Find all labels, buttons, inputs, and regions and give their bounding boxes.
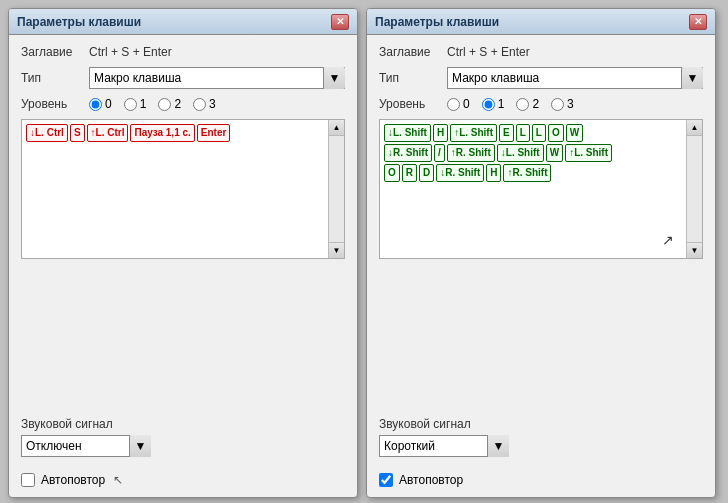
- title-bar-1: Параметры клавиши ✕: [9, 9, 357, 35]
- title-row-1: Заглавие Ctrl + S + Enter: [21, 45, 345, 59]
- sound-dropdown-2[interactable]: Отключен Короткий Длинный: [379, 435, 509, 457]
- level-radio-0-1[interactable]: 0: [89, 97, 112, 111]
- key-ul-shift-1: ↑L. Shift: [450, 124, 497, 142]
- key-tag-s: S: [70, 124, 85, 142]
- key-tag-pause: Пауза 1,1 с.: [130, 124, 194, 142]
- level-radio-input-1-2[interactable]: [482, 98, 495, 111]
- key-tag-enter: Enter: [197, 124, 231, 142]
- title-bar-2: Параметры клавиши ✕: [367, 9, 715, 35]
- level-radio-label-2-1: 2: [174, 97, 181, 111]
- level-radio-label-1-2: 1: [498, 97, 505, 111]
- autorepeat-row-1: Автоповтор ↖: [21, 473, 345, 487]
- level-radio-group-1: 0 1 2 3: [89, 97, 345, 111]
- level-radio-group-2: 0 1 2 3: [447, 97, 703, 111]
- cursor-hint-1: ↖: [113, 473, 123, 487]
- key-w1: W: [566, 124, 583, 142]
- key-ur-shift-1: ↑R. Shift: [447, 144, 495, 162]
- sound-dropdown-container-2: Отключен Короткий Длинный ▼: [379, 435, 509, 457]
- cursor-pointer-2: ↗: [662, 232, 674, 248]
- sound-section-2: Звуковой сигнал Отключен Короткий Длинны…: [379, 417, 703, 457]
- sound-label-1: Звуковой сигнал: [21, 417, 345, 431]
- level-radio-input-0-1[interactable]: [89, 98, 102, 111]
- level-radio-input-3-1[interactable]: [193, 98, 206, 111]
- macro-area-2: ↓L. Shift H ↑L. Shift E L L O W ↓R. Shif…: [379, 119, 703, 259]
- macro-content-1: ↓L. Ctrl S ↑L. Ctrl Пауза 1,1 с. Enter: [22, 120, 344, 146]
- level-radio-0-2[interactable]: 0: [447, 97, 470, 111]
- title-value-1: Ctrl + S + Enter: [89, 45, 345, 59]
- key-slash: /: [434, 144, 445, 162]
- level-label-1: Уровень: [21, 97, 81, 111]
- level-radio-label-3-1: 3: [209, 97, 216, 111]
- key-dl-shift-2: ↓L. Shift: [497, 144, 544, 162]
- spacer-2: [379, 267, 703, 405]
- macro-area-1: ↓L. Ctrl S ↑L. Ctrl Пауза 1,1 с. Enter ▲…: [21, 119, 345, 259]
- level-radio-input-2-1[interactable]: [158, 98, 171, 111]
- close-button-1[interactable]: ✕: [331, 14, 349, 30]
- autorepeat-label-2: Автоповтор: [399, 473, 463, 487]
- key-w2: W: [546, 144, 563, 162]
- sound-section-1: Звуковой сигнал Отключен Короткий Длинны…: [21, 417, 345, 457]
- sound-dropdown-container-1: Отключен Короткий Длинный ▼: [21, 435, 151, 457]
- spacer-1: [21, 267, 345, 405]
- title-bar-text-2: Параметры клавиши: [375, 15, 499, 29]
- scroll-down-1[interactable]: ▼: [329, 242, 344, 258]
- scroll-track-2: [687, 136, 702, 242]
- scroll-up-1[interactable]: ▲: [329, 120, 344, 136]
- key-o2: O: [384, 164, 400, 182]
- close-button-2[interactable]: ✕: [689, 14, 707, 30]
- key-dr-shift-1: ↓R. Shift: [384, 144, 432, 162]
- scroll-up-2[interactable]: ▲: [687, 120, 702, 136]
- sound-dropdown-1[interactable]: Отключен Короткий Длинный: [21, 435, 151, 457]
- level-radio-label-0-1: 0: [105, 97, 112, 111]
- key-l1: L: [516, 124, 530, 142]
- key-l2: L: [532, 124, 546, 142]
- key-row-2-2: ↓R. Shift / ↑R. Shift ↓L. Shift W ↑L. Sh…: [384, 144, 682, 162]
- key-o1: O: [548, 124, 564, 142]
- level-radio-input-2-2[interactable]: [516, 98, 529, 111]
- key-dr-shift-2: ↓R. Shift: [436, 164, 484, 182]
- level-radio-label-0-2: 0: [463, 97, 470, 111]
- key-dl-shift-1: ↓L. Shift: [384, 124, 431, 142]
- level-radio-3-1[interactable]: 3: [193, 97, 216, 111]
- key-tag-down-ctrl: ↓L. Ctrl: [26, 124, 68, 142]
- key-row-1-2: ↓L. Shift H ↑L. Shift E L L O W: [384, 124, 682, 142]
- key-e: E: [499, 124, 514, 142]
- level-radio-input-3-2[interactable]: [551, 98, 564, 111]
- key-d: D: [419, 164, 434, 182]
- scrollbar-2: ▲ ▼: [686, 120, 702, 258]
- level-radio-2-1[interactable]: 2: [158, 97, 181, 111]
- key-r: R: [402, 164, 417, 182]
- title-value-2: Ctrl + S + Enter: [447, 45, 703, 59]
- level-radio-1-1[interactable]: 1: [124, 97, 147, 111]
- type-label-2: Тип: [379, 71, 439, 85]
- autorepeat-checkbox-2[interactable]: [379, 473, 393, 487]
- sound-label-2: Звуковой сигнал: [379, 417, 703, 431]
- type-dropdown-1[interactable]: Макро клавиша: [89, 67, 345, 89]
- level-radio-1-2[interactable]: 1: [482, 97, 505, 111]
- key-sequence-1: ↓L. Ctrl S ↑L. Ctrl Пауза 1,1 с. Enter: [26, 124, 324, 142]
- key-row-3-2: O R D ↓R. Shift H ↑R. Shift: [384, 164, 682, 182]
- title-label-2: Заглавие: [379, 45, 439, 59]
- level-radio-label-3-2: 3: [567, 97, 574, 111]
- level-radio-input-1-1[interactable]: [124, 98, 137, 111]
- level-radio-input-0-2[interactable]: [447, 98, 460, 111]
- dialog-2: Параметры клавиши ✕ Заглавие Ctrl + S + …: [366, 8, 716, 498]
- level-radio-3-2[interactable]: 3: [551, 97, 574, 111]
- type-dropdown-container-2: Макро клавиша ▼: [447, 67, 703, 89]
- type-label-1: Тип: [21, 71, 81, 85]
- macro-content-2: ↓L. Shift H ↑L. Shift E L L O W ↓R. Shif…: [380, 120, 702, 186]
- level-radio-2-2[interactable]: 2: [516, 97, 539, 111]
- dialog-body-1: Заглавие Ctrl + S + Enter Тип Макро клав…: [9, 35, 357, 497]
- dialog-body-2: Заглавие Ctrl + S + Enter Тип Макро клав…: [367, 35, 715, 497]
- title-label-1: Заглавие: [21, 45, 81, 59]
- level-radio-label-2-2: 2: [532, 97, 539, 111]
- autorepeat-checkbox-1[interactable]: [21, 473, 35, 487]
- title-row-2: Заглавие Ctrl + S + Enter: [379, 45, 703, 59]
- type-dropdown-2[interactable]: Макро клавиша: [447, 67, 703, 89]
- key-ur-shift-2: ↑R. Shift: [503, 164, 551, 182]
- level-row-1: Уровень 0 1 2 3: [21, 97, 345, 111]
- dialog-1: Параметры клавиши ✕ Заглавие Ctrl + S + …: [8, 8, 358, 498]
- title-bar-text-1: Параметры клавиши: [17, 15, 141, 29]
- key-tag-up-ctrl: ↑L. Ctrl: [87, 124, 129, 142]
- scroll-down-2[interactable]: ▼: [687, 242, 702, 258]
